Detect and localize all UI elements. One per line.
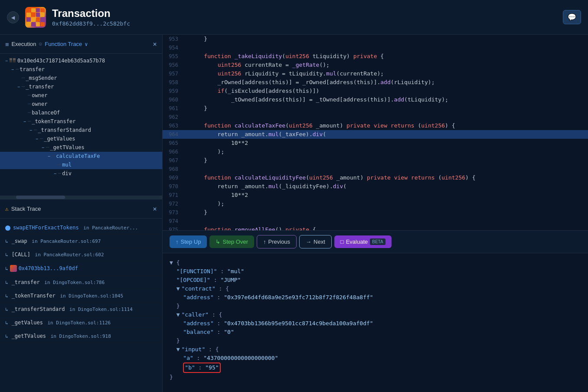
stack-item-label: _getValues: [12, 320, 43, 326]
code-line-968: 968: [163, 165, 588, 173]
tree-connector: ─: [34, 127, 37, 133]
json-a-val: "43700000000000000000": [203, 355, 278, 361]
tree-horizontal-scroll[interactable]: [0, 196, 162, 199]
tree-connector: ─: [58, 162, 61, 168]
json-contract-expand[interactable]: ▼: [176, 285, 180, 292]
code-line-966: 966 );: [163, 147, 588, 156]
next-button[interactable]: → Next: [299, 235, 332, 248]
line-number: 972: [163, 199, 183, 208]
chat-button[interactable]: 💬: [563, 10, 581, 24]
tree-item-_getValues[interactable]: −─_getValues: [0, 134, 162, 143]
tree-item-_getTValues[interactable]: −─_getTValues: [0, 143, 162, 152]
tree-item-div[interactable]: −─div: [0, 169, 162, 178]
tree-item-label: calculateTaxFe: [56, 153, 100, 159]
tree-item-_tokenTransfer[interactable]: −─_tokenTransfer: [0, 117, 162, 126]
tree-item-label: owner: [32, 101, 47, 107]
next-icon: →: [306, 238, 311, 245]
code-content: );: [187, 199, 588, 208]
stack-item-st7[interactable]: ↳_transferStandard in DingoToken.sol:111…: [0, 303, 162, 316]
tree-item-root[interactable]: − 0x10ed43c718714eb63d5aa57b78: [0, 56, 162, 65]
function-trace-arrow[interactable]: ∨: [85, 41, 88, 47]
stack-item-label: _transferStandard: [12, 306, 65, 312]
function-trace-label: Function Trace: [45, 41, 82, 47]
tree-toggle[interactable]: −: [52, 171, 58, 176]
stack-item-context: in DingoToken.sol:918: [48, 333, 111, 339]
tree-item-_msgSender[interactable]: ─_msgSender: [0, 74, 162, 82]
code-content: _tOwned[address(this)] = _tOwned[address…: [187, 95, 588, 104]
json-caller-expand[interactable]: ▼: [176, 311, 180, 318]
stack-item-st5[interactable]: ↳_transfer in DingoToken.sol:786: [0, 276, 162, 289]
line-number: 967: [163, 156, 183, 165]
tree-toggle[interactable]: −: [22, 119, 28, 124]
tree-item-_transferStandard[interactable]: −─_transferStandard: [0, 126, 162, 134]
line-number: 968: [163, 165, 183, 173]
stack-item-st3[interactable]: ↳[CALL] in PancakeRouter.sol:602: [0, 248, 162, 261]
tree-toggle[interactable]: −: [10, 67, 16, 72]
code-content: }: [187, 104, 588, 113]
stack-item-st4[interactable]: ↳0x4703bb13...9af0df: [0, 261, 162, 276]
step-over-icon: ↳: [216, 238, 220, 245]
stack-item-context: in DingoToken.sol:786: [42, 280, 105, 285]
function-trace-tree: − 0x10ed43c718714eb63d5aa57b78−─transfer…: [0, 54, 162, 196]
right-panel: 953 }954 955 function _takeLiquidity(uin…: [163, 35, 588, 392]
line-number: 975: [163, 225, 183, 230]
code-content: function calculateLiquidityFee(uint256 _…: [187, 173, 588, 182]
tree-item-_transfer[interactable]: −─_transfer: [0, 82, 162, 91]
previous-button[interactable]: ↑ Previous: [257, 235, 297, 248]
stack-item-context: in DingoToken.sol:1045: [57, 293, 123, 299]
tree-item-owner2[interactable]: ─owner: [0, 100, 162, 108]
stack-item-st2[interactable]: ↳_swap in PancakeRouter.sol:697: [0, 235, 162, 248]
code-line-970: 970 return _amount.mul(_liquidityFee).di…: [163, 182, 588, 191]
tree-item-label: _transfer: [26, 84, 54, 90]
tree-item-transfer[interactable]: −─transfer: [0, 65, 162, 74]
json-caller-key: "caller": [181, 311, 209, 318]
tree-item-label: balanceOf: [32, 110, 60, 116]
code-content: 10**2: [187, 139, 588, 147]
stack-item-st6[interactable]: ↳_tokenTransfer in DingoToken.sol:1045: [0, 289, 162, 303]
main-layout: ≡ Execution ⊙ Function Trace ∨ × − 0x10e…: [0, 35, 588, 392]
line-number: 970: [163, 182, 183, 191]
code-content: }: [187, 208, 588, 217]
step-up-icon: ↑: [176, 238, 179, 245]
line-number: 959: [163, 87, 183, 95]
tree-item-balanceOf[interactable]: ─balanceOf: [0, 108, 162, 117]
tree-toggle[interactable]: −: [46, 154, 52, 159]
header-info: Transaction 0xf862dd83f9...2c582bfc: [52, 7, 557, 27]
stack-trace-close[interactable]: ×: [153, 205, 157, 213]
line-number: 955: [163, 52, 183, 61]
stack-trace-panel: ⚠ Stack Trace × swapETHForExactTokens in…: [0, 199, 162, 392]
tree-item-owner[interactable]: ─owner: [0, 91, 162, 100]
json-function-key: "[FUNCTION]": [176, 268, 217, 274]
step-up-button[interactable]: ↑ Step Up: [170, 235, 207, 248]
tree-connector: ─: [52, 153, 55, 159]
back-button[interactable]: ◀: [7, 11, 19, 23]
line-number: 961: [163, 104, 183, 113]
json-root: ▼ { "[FUNCTION]" : "mul" "[OPCODE]" : "J…: [170, 258, 581, 382]
evaluate-button[interactable]: □ Evaluate BETA: [334, 235, 392, 248]
tree-item-label: owner: [32, 92, 47, 98]
code-content: );: [187, 147, 588, 156]
tree-item-mul[interactable]: ─mul: [0, 160, 162, 169]
app-header: ◀ Transaction 0xf862dd83f9...2c582bfc 💬: [0, 0, 588, 35]
step-over-label: Step Over: [222, 238, 248, 245]
json-contract-close: }: [176, 303, 180, 309]
tree-toggle[interactable]: −: [40, 145, 46, 150]
line-number: 958: [163, 78, 183, 87]
stack-item-st1[interactable]: swapETHForExactTokens in PancakeRouter..…: [0, 221, 162, 235]
function-trace-close[interactable]: ×: [153, 40, 157, 48]
tree-toggle[interactable]: −: [34, 137, 40, 141]
svg-rect-1: [13, 58, 16, 60]
tree-toggle[interactable]: −: [16, 85, 22, 89]
tree-item-calculateTaxFe[interactable]: −─calculateTaxFe: [0, 152, 162, 160]
tree-toggle[interactable]: −: [3, 59, 10, 63]
stack-item-st8[interactable]: ↳_getValues in DingoToken.sol:1126: [0, 316, 162, 330]
json-balance-val: "0": [224, 329, 234, 335]
stack-item-st9[interactable]: ↳_getTValues in DingoToken.sol:918: [0, 330, 162, 343]
stack-item-label: [CALL]: [12, 252, 30, 258]
stack-item-context: in DingoToken.sol:1126: [45, 320, 111, 326]
tree-toggle[interactable]: −: [28, 128, 34, 133]
code-line-956: 956 uint256 currentRate = _getRate();: [163, 61, 588, 69]
step-over-button[interactable]: ↳ Step Over: [209, 235, 254, 248]
json-input-expand[interactable]: ▼: [176, 346, 180, 353]
code-line-969: 969 function calculateLiquidityFee(uint2…: [163, 173, 588, 182]
